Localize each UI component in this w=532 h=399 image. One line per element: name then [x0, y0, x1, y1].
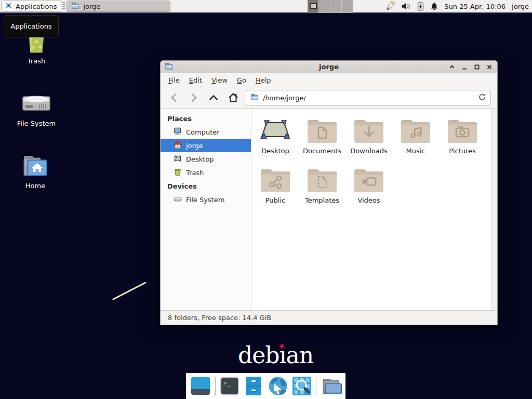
home-icon[interactable] — [226, 90, 241, 105]
file-item-desktop[interactable]: Desktop — [252, 113, 299, 162]
file-item-label: Pictures — [449, 147, 475, 155]
file-item-pictures[interactable]: Pictures — [439, 113, 486, 162]
desktop-icon-label: File System — [11, 119, 61, 127]
show-desktop-icon[interactable] — [190, 375, 211, 397]
window-body: Places Computer — [161, 109, 497, 310]
menu-go[interactable]: Go — [232, 74, 251, 86]
workspace-4[interactable] — [342, 0, 353, 13]
stray-line — [109, 278, 151, 303]
sidebar-item-jorge[interactable]: jorge — [161, 139, 251, 152]
file-item-videos[interactable]: Videos — [345, 162, 392, 211]
dock-separator — [215, 377, 216, 395]
file-view[interactable]: Desktop Docume — [251, 109, 491, 310]
file-item-music[interactable]: Music — [392, 113, 439, 162]
folder-public-icon — [259, 162, 292, 193]
shade-icon[interactable] — [448, 63, 456, 71]
notifications-bell-icon[interactable] — [430, 1, 439, 11]
computer-icon — [174, 127, 182, 137]
maximize-icon[interactable] — [473, 63, 481, 71]
file-manager-icon[interactable] — [243, 375, 264, 397]
app-finder-icon[interactable] — [291, 375, 312, 397]
workspace-2[interactable] — [319, 0, 330, 13]
close-icon[interactable] — [486, 63, 493, 71]
menubar: File Edit View Go Help — [161, 73, 497, 87]
reload-icon[interactable] — [478, 93, 486, 103]
dock-separator — [316, 377, 316, 395]
titlebar[interactable]: jorge — [161, 61, 497, 73]
debian-logo: debıan — [238, 342, 313, 368]
folder-icon — [71, 2, 79, 11]
logo-text-i: ı — [279, 342, 286, 368]
forward-icon[interactable] — [187, 90, 201, 105]
workspace-1[interactable] — [308, 0, 319, 13]
sidebar: Places Computer — [161, 109, 251, 310]
path-input[interactable]: /home/jorge/ — [263, 94, 474, 102]
file-manager-window: jorge File Edit View Go Help — [160, 60, 498, 325]
sidebar-item-computer[interactable]: Computer — [161, 125, 251, 139]
minimize-icon[interactable] — [461, 63, 468, 71]
hard-drive-icon — [174, 195, 182, 205]
menu-file[interactable]: File — [164, 74, 184, 86]
taskbar-window-button[interactable]: jorge — [66, 1, 170, 12]
svg-text:_: _ — [227, 380, 231, 387]
folder-documents-icon — [305, 113, 339, 144]
panel-username[interactable]: jorge — [512, 3, 529, 10]
top-panel: Applications jorge — [0, 0, 532, 14]
panel-grip — [62, 2, 65, 10]
sidebar-item-file-system[interactable]: File System — [161, 193, 251, 206]
home-folder-icon — [10, 152, 60, 179]
menu-edit[interactable]: Edit — [184, 74, 207, 86]
sidebar-header-places: Places — [161, 112, 251, 125]
file-item-documents[interactable]: Documents — [299, 113, 345, 162]
file-item-label: Public — [265, 196, 285, 204]
volume-icon[interactable] — [401, 1, 411, 11]
folder-music-icon — [399, 113, 432, 144]
folder-templates-icon — [305, 162, 339, 193]
web-browser-icon[interactable] — [267, 375, 288, 397]
desktop-icon-file-system[interactable]: File System — [11, 89, 61, 127]
applications-tooltip: Applications — [4, 15, 59, 37]
up-icon[interactable] — [206, 90, 221, 105]
file-item-label: Music — [406, 147, 425, 155]
sidebar-item-trash[interactable]: Trash — [161, 166, 251, 179]
logo-text-pre: deb — [238, 342, 279, 368]
path-bar[interactable]: /home/jorge/ — [246, 90, 491, 105]
logo-text-post: an — [286, 342, 313, 368]
user-home-icon — [174, 141, 182, 151]
xfce-logo-icon — [4, 1, 13, 11]
panel-clock[interactable]: Sun 25 Apr, 10:06 — [444, 3, 506, 10]
toolbar: /home/jorge/ — [161, 87, 497, 109]
menu-view[interactable]: View — [207, 74, 232, 86]
file-item-label: Desktop — [261, 147, 289, 155]
desktop-icon-label: Home — [10, 182, 60, 190]
applications-menu-label: Applications — [16, 3, 57, 10]
workspace-switcher — [308, 0, 353, 13]
folder-pictures-icon — [446, 113, 479, 144]
directory-menu-icon[interactable] — [320, 375, 342, 397]
sidebar-item-label: File System — [186, 196, 224, 204]
desktop-icon-home[interactable]: Home — [10, 152, 60, 190]
file-item-templates[interactable]: Templates — [299, 162, 345, 211]
applications-menu-button[interactable]: Applications — [1, 1, 61, 12]
file-item-label: Videos — [357, 196, 380, 204]
vertical-scrollbar[interactable] — [491, 109, 497, 310]
sidebar-header-devices: Devices — [161, 179, 251, 193]
folder-downloads-icon — [352, 113, 385, 144]
menu-help[interactable]: Help — [251, 74, 276, 86]
workspace-3[interactable] — [330, 0, 342, 13]
statusbar: 8 folders, Free space: 14.4 GiB — [161, 310, 497, 325]
stylus-icon[interactable] — [383, 1, 396, 12]
file-item-label: Downloads — [350, 147, 387, 155]
sidebar-item-desktop[interactable]: Desktop — [161, 152, 251, 166]
file-item-public[interactable]: Public — [252, 162, 299, 211]
file-item-label: Templates — [305, 196, 339, 204]
hard-drive-icon — [11, 89, 61, 116]
folder-videos-icon — [352, 162, 385, 193]
file-item-downloads[interactable]: Downloads — [345, 113, 392, 162]
file-grid: Desktop Docume — [252, 113, 488, 211]
battery-icon[interactable] — [416, 1, 425, 11]
svg-text:>: > — [223, 380, 227, 387]
desktop-pad-icon — [259, 113, 292, 144]
back-icon[interactable] — [167, 90, 181, 105]
terminal-icon[interactable]: > _ — [219, 375, 241, 397]
